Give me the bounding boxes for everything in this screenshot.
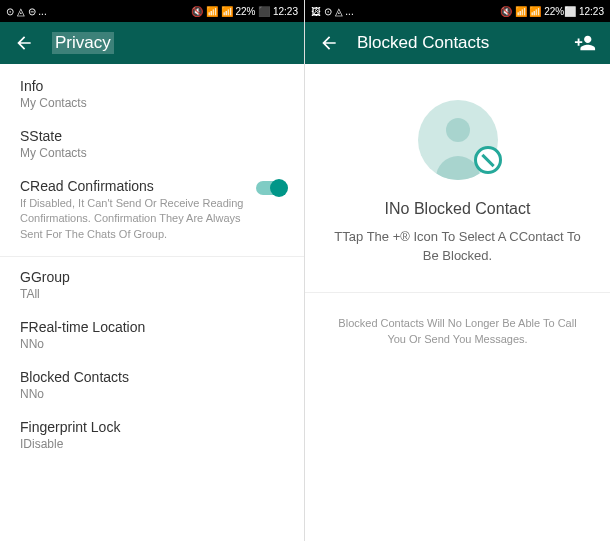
empty-subtitle: TTap The +® Icon To Select A CContact To… <box>329 228 586 266</box>
read-confirmations-row[interactable]: CRead Confirmations If Disabled, It Can'… <box>0 170 304 252</box>
empty-avatar <box>418 100 498 180</box>
empty-state: INo Blocked Contact TTap The +® Icon To … <box>305 100 610 266</box>
status-left-icons: 🖼 ⊙ ◬ ... <box>311 6 354 17</box>
app-bar: Blocked Contacts <box>305 22 610 64</box>
group-row[interactable]: GGroup TAll <box>0 261 304 311</box>
add-contact-icon[interactable] <box>574 32 596 54</box>
blocked-value: NNo <box>20 387 286 401</box>
fingerprint-row[interactable]: Fingerprint Lock IDisable <box>0 411 304 461</box>
app-bar: Privacy <box>0 22 304 64</box>
empty-title: INo Blocked Contact <box>329 200 586 218</box>
info-value: My Contacts <box>20 96 286 110</box>
info-row[interactable]: Info My Contacts <box>0 70 304 120</box>
group-value: TAll <box>20 287 286 301</box>
location-row[interactable]: FReal-time Location NNo <box>0 311 304 361</box>
blocked-content: INo Blocked Contact TTap The +® Icon To … <box>305 64 610 541</box>
status-right-icons: 🔇 📶 📶 22% ⬛ 12:23 <box>191 6 298 17</box>
fingerprint-value: IDisable <box>20 437 286 451</box>
back-icon[interactable] <box>319 33 339 53</box>
group-label: GGroup <box>20 269 286 285</box>
divider <box>0 256 304 257</box>
status-bar: ⊙ ◬ ⊝ ... 🔇 📶 📶 22% ⬛ 12:23 <box>0 0 304 22</box>
state-label: SState <box>20 128 286 144</box>
blocked-badge-icon <box>474 146 502 174</box>
blocked-contacts-row[interactable]: Blocked Contacts NNo <box>0 361 304 411</box>
read-toggle[interactable] <box>256 181 286 195</box>
privacy-screen: ⊙ ◬ ⊝ ... 🔇 📶 📶 22% ⬛ 12:23 Privacy Info… <box>0 0 305 541</box>
blocked-contacts-screen: 🖼 ⊙ ◬ ... 🔇 📶 📶 22%⬜ 12:23 Blocked Conta… <box>305 0 610 541</box>
back-icon[interactable] <box>14 33 34 53</box>
read-label: CRead Confirmations <box>20 178 256 194</box>
blocked-label: Blocked Contacts <box>20 369 286 385</box>
state-value: My Contacts <box>20 146 286 160</box>
location-label: FReal-time Location <box>20 319 286 335</box>
status-right-icons: 🔇 📶 📶 22%⬜ 12:23 <box>500 6 604 17</box>
status-bar: 🖼 ⊙ ◬ ... 🔇 📶 📶 22%⬜ 12:23 <box>305 0 610 22</box>
read-desc: If Disabled, It Can't Send Or Receive Re… <box>20 196 256 242</box>
privacy-content: Info My Contacts SState My Contacts CRea… <box>0 64 304 541</box>
page-title: Blocked Contacts <box>357 33 489 53</box>
location-value: NNo <box>20 337 286 351</box>
footer-note: Blocked Contacts Will No Longer Be Able … <box>305 292 610 370</box>
status-left-icons: ⊙ ◬ ⊝ ... <box>6 6 47 17</box>
state-row[interactable]: SState My Contacts <box>0 120 304 170</box>
info-label: Info <box>20 78 286 94</box>
fingerprint-label: Fingerprint Lock <box>20 419 286 435</box>
page-title: Privacy <box>52 32 114 54</box>
